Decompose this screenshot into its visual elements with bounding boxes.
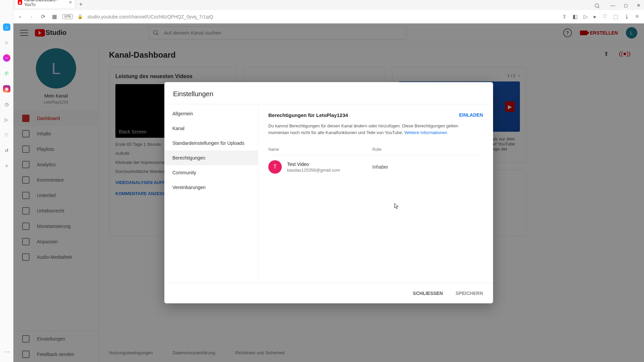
modal-footer: SCHLIESSEN SPEICHERN (164, 283, 493, 303)
modal-nav-standardeinstellungen-für-uploads[interactable]: Standardeinstellungen für Uploads (164, 136, 258, 150)
modal-content: Berechtigungen für LetsPlay1234 EINLADEN… (258, 104, 493, 283)
back-icon[interactable]: ‹ (17, 14, 23, 20)
cube-icon[interactable]: ⬚ (613, 13, 618, 20)
svg-line-1 (598, 7, 599, 8)
speed-dial-icon[interactable]: ▦ (51, 13, 58, 20)
permissions-title: Berechtigungen für LetsPlay1234 (268, 112, 483, 118)
screenshot-icon[interactable]: ◧ (573, 13, 578, 20)
opera-sidebar: ⌂ ☆ ~ ✆ ◉ ◷ ▷ ♡ ↺ ✧ ⋯ (0, 0, 13, 362)
close-button[interactable]: SCHLIESSEN (411, 288, 445, 299)
menu-icon[interactable]: ≡ (636, 13, 639, 20)
close-window-icon[interactable]: ✕ (637, 3, 641, 8)
modal-body: AllgemeinKanalStandardeinstellungen für … (164, 104, 493, 283)
modal-overlay[interactable]: Einstellungen AllgemeinKanalStandardeins… (13, 23, 644, 362)
send-icon[interactable]: ⇪ (562, 13, 567, 20)
browser-tab[interactable]: Kanal-Dashboard - YouTu ✕ (15, 0, 75, 8)
permissions-description: Du kannst Berechtigungen für diesen Kana… (268, 123, 463, 136)
permissions-table-header: Name Rolle (268, 147, 483, 155)
tab-title: Kanal-Dashboard - YouTu (24, 0, 67, 7)
window-controls: — ◻ ✕ (610, 3, 641, 8)
play-sidebar-icon[interactable]: ▷ (3, 116, 10, 123)
pip-icon[interactable]: ▸ (594, 13, 596, 20)
lock-icon[interactable]: 🔒 (77, 14, 83, 19)
messenger-icon[interactable]: ~ (3, 54, 10, 62)
user-avatar: T (268, 160, 282, 174)
new-tab-button[interactable]: + (77, 1, 85, 8)
user-name: Test Video (287, 162, 372, 167)
tab-bar: Kanal-Dashboard - YouTu ✕ + (15, 1, 85, 8)
maximize-icon[interactable]: ◻ (624, 3, 628, 8)
modal-nav-allgemein[interactable]: Allgemein (164, 106, 258, 121)
modal-title: Einstellungen (164, 82, 493, 104)
minimize-icon[interactable]: — (610, 3, 615, 8)
clock-icon[interactable]: ◷ (3, 101, 10, 108)
history-icon[interactable]: ↺ (3, 147, 10, 154)
url-text[interactable]: studio.youtube.com/channel/UCocN6zQPHQZ_… (88, 14, 557, 19)
address-bar-actions: ⇪ ◧ ▷ ▸ ♡ ⬚ ⭳ ≡ (562, 13, 639, 20)
settings-modal: Einstellungen AllgemeinKanalStandardeins… (164, 82, 493, 303)
home-icon[interactable]: ⌂ (3, 23, 10, 31)
modal-nav-community[interactable]: Community (164, 165, 258, 180)
sidebar-more-icon[interactable]: ⋯ (4, 348, 10, 355)
svg-point-0 (595, 4, 599, 7)
instagram-icon[interactable]: ◉ (3, 85, 10, 93)
more-info-link[interactable]: Weitere Informationen (404, 130, 447, 135)
modal-nav-vereinbarungen[interactable]: Vereinbarungen (164, 180, 258, 195)
user-email: basdas125356@gmail.com (287, 168, 372, 173)
save-button[interactable]: SPEICHERN (453, 288, 485, 299)
col-role: Rolle (372, 147, 483, 152)
download-icon[interactable]: ⭳ (624, 13, 630, 20)
browser-search-icon[interactable] (594, 3, 600, 10)
heart-sidebar-icon[interactable]: ♡ (3, 131, 10, 139)
bookmark-icon[interactable]: ▷ (584, 13, 588, 20)
vpn-badge[interactable]: VPN (62, 14, 73, 19)
modal-nav-kanal[interactable]: Kanal (164, 121, 258, 136)
favicon-icon (18, 0, 22, 5)
address-bar: ‹ › ⟳ ▦ VPN 🔒 studio.youtube.com/channel… (13, 10, 644, 23)
permissions-row: T Test Video basdas125356@gmail.com Inha… (268, 155, 483, 178)
col-name: Name (268, 147, 372, 152)
user-role: Inhaber (372, 164, 388, 170)
close-tab-icon[interactable]: ✕ (69, 0, 72, 5)
reload-icon[interactable]: ⟳ (40, 13, 46, 20)
modal-nav: AllgemeinKanalStandardeinstellungen für … (164, 104, 258, 283)
bookmark-sidebar-icon[interactable]: ☆ (3, 39, 10, 46)
heart-icon[interactable]: ♡ (602, 13, 607, 20)
idea-icon[interactable]: ✧ (3, 162, 10, 170)
modal-nav-berechtigungen[interactable]: Berechtigungen (164, 150, 258, 165)
invite-button[interactable]: EINLADEN (459, 112, 483, 118)
whatsapp-icon[interactable]: ✆ (3, 70, 10, 77)
forward-icon[interactable]: › (28, 14, 35, 20)
